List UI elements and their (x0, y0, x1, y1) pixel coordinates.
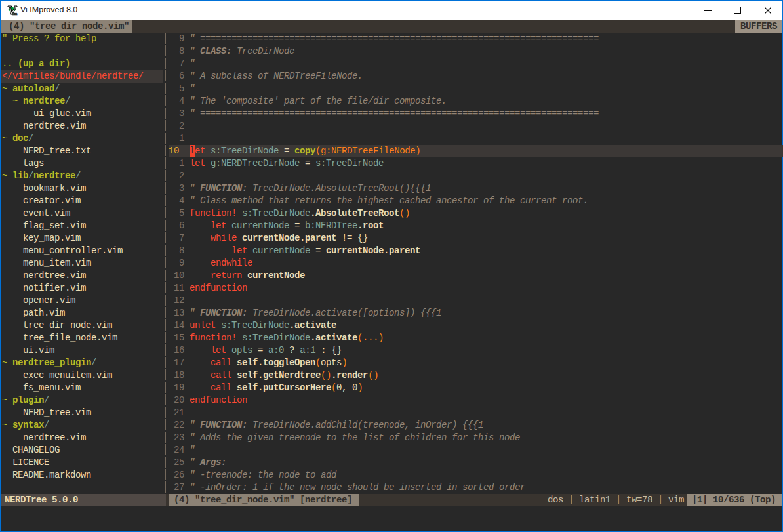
svg-text:im: im (12, 11, 18, 16)
